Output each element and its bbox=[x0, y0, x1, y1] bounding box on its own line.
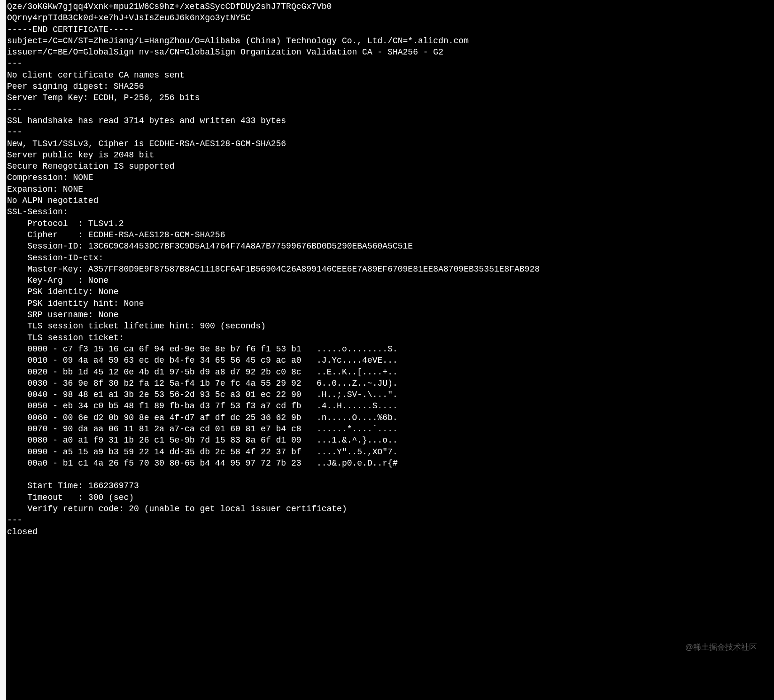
gutter-sidebar bbox=[0, 0, 6, 700]
watermark-text: @稀土掘金技术社区 bbox=[685, 642, 757, 653]
gutter-marker bbox=[0, 0, 6, 11]
terminal-window: Qze/3oKGKw7gjqq4Vxnk+mpu21W6Cs9hz+/xetaS… bbox=[0, 0, 774, 700]
terminal-output[interactable]: Qze/3oKGKw7gjqq4Vxnk+mpu21W6Cs9hz+/xetaS… bbox=[6, 0, 774, 700]
